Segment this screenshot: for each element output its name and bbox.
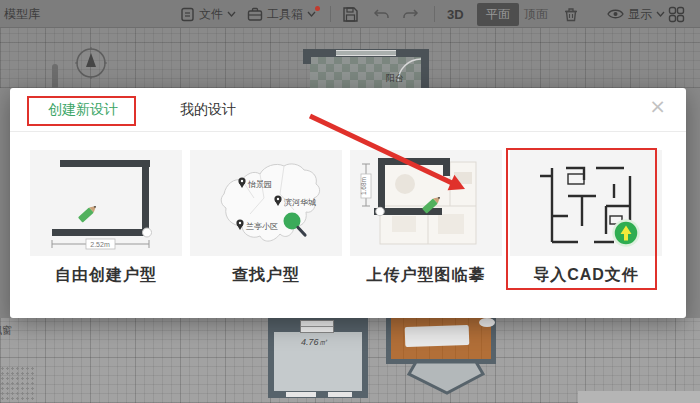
card-illustration: 怡景园 滨河华城 兰亭小区	[190, 150, 342, 256]
cad-illustration	[510, 150, 662, 256]
rug-furniture	[479, 318, 495, 327]
card-title: 查找户型	[190, 265, 342, 286]
pin-label: 滨河华城	[284, 198, 316, 207]
card-title: 上传户型图临摹	[350, 265, 502, 286]
chevron-down-icon	[227, 11, 236, 17]
canvas-highlight-band	[578, 391, 700, 403]
card-import-cad-file[interactable]: 导入CAD文件	[510, 150, 662, 286]
balcony-window-symbol	[336, 50, 396, 56]
view-plan-button[interactable]: 平面	[477, 0, 519, 28]
door-opening	[286, 392, 316, 397]
dimension-label: 2.52m	[90, 241, 110, 248]
display-menu-label: 显示	[628, 6, 652, 23]
delete-button[interactable]	[563, 0, 579, 28]
window-symbol	[300, 320, 334, 333]
display-menu-button[interactable]: 显示	[607, 0, 665, 28]
undo-icon	[373, 7, 390, 21]
toolbar-divider	[330, 6, 331, 22]
tab-create-new-design[interactable]: 创建新设计	[48, 101, 118, 119]
view-3d-label: 3D	[447, 7, 464, 22]
dimension-label: 1.68m	[360, 177, 367, 195]
design-option-cards: 2.52m 自由创建户型 怡景园	[30, 150, 662, 286]
door-opening	[328, 392, 352, 397]
room-wall-bottom	[268, 391, 368, 398]
card-title: 导入CAD文件	[510, 265, 662, 286]
chevron-down-icon	[307, 11, 316, 17]
wood-floor-room	[386, 318, 496, 364]
save-button[interactable]	[342, 0, 359, 28]
toolbox-menu-label: 工具箱	[267, 6, 303, 23]
room-wall-left	[268, 318, 274, 398]
table-furniture	[405, 325, 470, 347]
balcony-wall-left	[303, 49, 311, 64]
create-design-dialog: 创建新设计 我的设计 ×	[10, 88, 686, 318]
view-plan-label: 平面	[477, 3, 519, 26]
chevron-down-icon	[656, 11, 665, 17]
undo-button[interactable]	[373, 0, 390, 28]
hatch-pattern-area	[0, 366, 36, 403]
card-illustration	[510, 150, 662, 256]
view-top-button[interactable]: 顶面	[524, 0, 548, 28]
file-menu-button[interactable]: 文件	[180, 0, 236, 28]
card-title: 自由创建户型	[30, 265, 182, 286]
toolbox-menu-button[interactable]: 工具箱	[247, 0, 330, 28]
pencil-icon	[78, 203, 98, 222]
pin-label: 怡景园	[247, 180, 272, 189]
model-library-panel-title[interactable]: 模型库	[4, 6, 40, 23]
free-draw-illustration: 2.52m	[30, 150, 182, 256]
pin-label: 兰亭小区	[246, 222, 278, 231]
toolbox-icon	[247, 7, 263, 22]
view-top-label: 顶面	[524, 6, 548, 23]
map-illustration: 怡景园 滨河华城 兰亭小区	[190, 150, 342, 256]
file-icon	[180, 7, 195, 22]
tab-my-designs[interactable]: 我的设计	[180, 101, 236, 119]
apps-grid-icon	[668, 6, 685, 23]
close-icon[interactable]: ×	[649, 96, 666, 116]
card-illustration: 1.68m	[350, 150, 502, 256]
bay-window-shape	[406, 360, 486, 396]
card-upload-floorplan-trace[interactable]: 1.68m 上传户型图临摹	[350, 150, 502, 286]
upload-icon	[614, 221, 639, 246]
view-3d-button[interactable]: 3D	[447, 0, 464, 28]
dialog-tabs: 创建新设计 我的设计 ×	[10, 88, 686, 132]
apps-grid-button[interactable]	[668, 0, 685, 28]
app-window: 阳台 模型库 文件 工具箱	[0, 0, 700, 403]
redo-button[interactable]	[402, 0, 419, 28]
balcony-label: 阳台	[386, 72, 404, 85]
file-menu-label: 文件	[199, 6, 223, 23]
room-wall-right	[362, 318, 368, 398]
card-search-floorplan[interactable]: 怡景园 滨河华城 兰亭小区	[190, 150, 342, 286]
trash-icon	[563, 6, 579, 23]
notification-badge-dot	[315, 6, 320, 11]
bay-window-label: 飘窗	[0, 324, 12, 338]
redo-icon	[402, 7, 419, 21]
eye-icon	[607, 8, 624, 20]
compass-icon	[72, 44, 110, 82]
trace-illustration: 1.68m	[350, 150, 502, 256]
room-area-label: 4.76㎡	[301, 336, 328, 349]
top-toolbar: 模型库 文件 工具箱	[0, 0, 700, 28]
save-icon	[342, 6, 359, 23]
toolbar-divider	[434, 6, 435, 22]
card-free-create-floorplan[interactable]: 2.52m 自由创建户型	[30, 150, 182, 286]
card-illustration: 2.52m	[30, 150, 182, 256]
